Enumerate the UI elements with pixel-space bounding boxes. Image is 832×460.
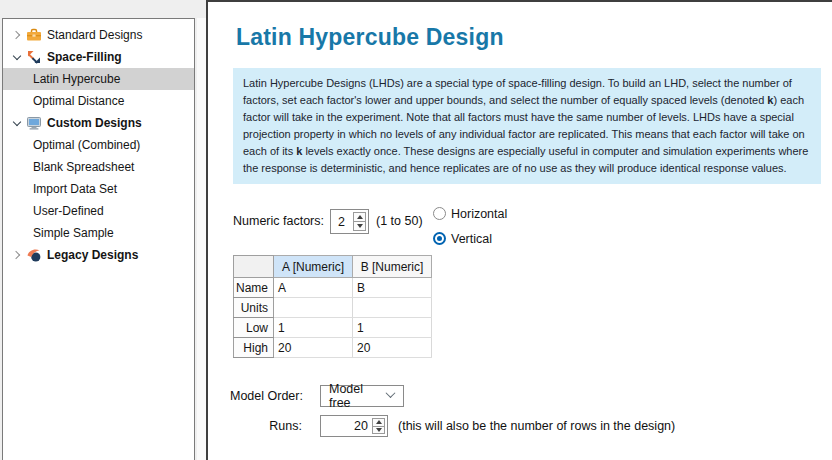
pin-icon [26, 247, 42, 263]
column-header-a[interactable]: A [Numeric] [274, 256, 353, 278]
radio-vertical[interactable]: Vertical [433, 230, 507, 247]
chevron-down-icon[interactable] [10, 121, 24, 125]
cell-high-b[interactable]: 20 [353, 338, 432, 358]
sidebar-item-label: Legacy Designs [47, 248, 138, 262]
table-row-units: Units [234, 298, 432, 318]
radio-horizontal-label: Horizontal [451, 207, 507, 221]
table-row-high: High 20 20 [234, 338, 432, 358]
cell-high-a[interactable]: 20 [274, 338, 353, 358]
numeric-factors-value[interactable]: 2 [338, 215, 345, 229]
chevron-right-icon[interactable] [10, 32, 24, 38]
computer-icon [26, 115, 42, 131]
stepper-buttons [372, 418, 385, 434]
radio-unselected-icon[interactable] [433, 207, 446, 220]
radio-selected-icon[interactable] [433, 232, 446, 245]
model-order-label: Model Order: [230, 385, 303, 407]
description-infobox: Latin Hypercube Designs (LHDs) are a spe… [233, 68, 821, 184]
chevron-down-icon [386, 388, 396, 398]
sidebar-item-label: Simple Sample [33, 226, 114, 240]
stepper-up-button[interactable] [373, 419, 384, 427]
cell-name-b[interactable]: B [353, 278, 432, 298]
model-order-value: Model free [329, 382, 387, 410]
stepper-buttons [353, 212, 366, 231]
sidebar-item-simple-sample[interactable]: Simple Sample [3, 222, 194, 244]
factor-table: A [Numeric] B [Numeric] Name A B Units L… [233, 255, 432, 358]
sidebar-item-label: Standard Designs [47, 28, 142, 42]
sidebar-item-latin-hypercube[interactable]: Latin Hypercube [3, 68, 194, 90]
latin-hypercube-panel: Latin Hypercube Design Latin Hypercube D… [206, 0, 832, 460]
panel-divider [197, 18, 206, 460]
table-header-row: A [Numeric] B [Numeric] [234, 256, 432, 278]
cell-name-a[interactable]: A [274, 278, 353, 298]
chevron-right-icon[interactable] [10, 252, 24, 258]
row-header-name[interactable]: Name [234, 278, 274, 298]
table-row-name: Name A B [234, 278, 432, 298]
cell-low-a[interactable]: 1 [274, 318, 353, 338]
sidebar-item-label: Optimal (Combined) [33, 138, 140, 152]
sidebar-item-space-filling[interactable]: Space-Filling [3, 46, 194, 68]
row-header-low[interactable]: Low [234, 318, 274, 338]
runs-hint: (this will also be the number of rows in… [398, 415, 675, 437]
numeric-factors-stepper[interactable]: 2 [330, 209, 369, 234]
sidebar-item-user-defined[interactable]: User-Defined [3, 200, 194, 222]
page-title: Latin Hypercube Design [236, 24, 504, 51]
cell-units-b[interactable] [353, 298, 432, 318]
sidebar-item-standard-designs[interactable]: Standard Designs [3, 24, 194, 46]
row-header-high[interactable]: High [234, 338, 274, 358]
sidebar-item-blank-spreadsheet[interactable]: Blank Spreadsheet [3, 156, 194, 178]
stepper-down-button[interactable] [354, 222, 365, 230]
sidebar-item-optimal-combined[interactable]: Optimal (Combined) [3, 134, 194, 156]
numeric-factors-label: Numeric factors: [233, 208, 324, 234]
sidebar-item-legacy-designs[interactable]: Legacy Designs [3, 244, 194, 266]
cell-units-a[interactable] [274, 298, 353, 318]
row-header-units[interactable]: Units [234, 298, 274, 318]
stepper-up-button[interactable] [354, 213, 365, 222]
design-tree-sidebar: Standard Designs Space-Filling Latin Hyp… [2, 18, 195, 460]
toolbox-icon [26, 27, 42, 43]
sidebar-item-label: Latin Hypercube [33, 72, 120, 86]
radio-horizontal[interactable]: Horizontal [433, 205, 507, 222]
sidebar-item-label: User-Defined [33, 204, 104, 218]
model-order-dropdown[interactable]: Model free [320, 385, 404, 407]
sidebar-item-label: Import Data Set [33, 182, 117, 196]
sidebar-item-custom-designs[interactable]: Custom Designs [3, 112, 194, 134]
orientation-radio-group: Horizontal Vertical [433, 205, 507, 255]
sidebar-item-label: Optimal Distance [33, 94, 124, 108]
chevron-down-icon[interactable] [10, 55, 24, 59]
numeric-factors-range-hint: (1 to 50) [376, 208, 423, 234]
stepper-down-button[interactable] [373, 427, 384, 434]
sidebar-item-label: Space-Filling [47, 50, 122, 64]
space-filling-icon [26, 49, 42, 65]
sidebar-item-label: Blank Spreadsheet [33, 160, 134, 174]
table-corner-cell[interactable] [234, 256, 274, 278]
cell-low-b[interactable]: 1 [353, 318, 432, 338]
sidebar-item-optimal-distance[interactable]: Optimal Distance [3, 90, 194, 112]
table-row-low: Low 1 1 [234, 318, 432, 338]
sidebar-item-label: Custom Designs [47, 116, 142, 130]
radio-vertical-label: Vertical [451, 232, 492, 246]
column-header-b[interactable]: B [Numeric] [353, 256, 432, 278]
sidebar-item-import-data-set[interactable]: Import Data Set [3, 178, 194, 200]
runs-stepper[interactable]: 20 [320, 415, 388, 437]
runs-label: Runs: [230, 415, 302, 437]
